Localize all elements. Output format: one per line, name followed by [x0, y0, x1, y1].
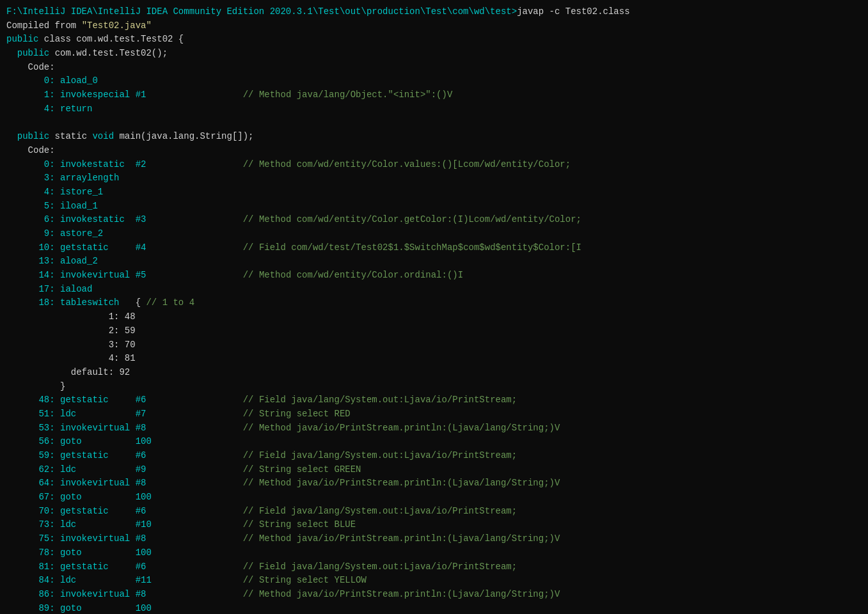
line-empty	[6, 116, 862, 130]
line-20: 14: invokevirtual #5 // Method com/wd/en…	[6, 269, 862, 283]
line-5: Code:	[6, 61, 862, 75]
command-text: javap -c Test02.class	[517, 6, 629, 17]
line-16: 6: invokestatic #3 // Method com/wd/enti…	[6, 213, 862, 227]
line-39: 75: invokevirtual #8 // Method java/io/P…	[6, 532, 862, 546]
line-15: 5: iload_1	[6, 200, 862, 214]
line-28: }	[6, 380, 862, 394]
line-10: public static void main(java.lang.String…	[6, 130, 862, 144]
line-8: 4: return	[6, 102, 862, 116]
line-11: Code:	[6, 144, 862, 158]
line-12: 0: invokestatic #2 // Method com/wd/enti…	[6, 158, 862, 172]
line-25: 3: 70	[6, 338, 862, 352]
line-32: 56: goto 100	[6, 435, 862, 449]
line-42: 84: ldc #11 // String select YELLOW	[6, 574, 862, 588]
line-17: 9: astore_2	[6, 227, 862, 241]
line-2: Compiled from "Test02.java"	[6, 19, 862, 33]
line-43: 86: invokevirtual #8 // Method java/io/P…	[6, 588, 862, 602]
line-30: 51: ldc #7 // String select RED	[6, 407, 862, 421]
line-44: 89: goto 100	[6, 602, 862, 614]
line-34: 62: ldc #9 // String select GREEN	[6, 463, 862, 477]
line-19: 13: aload_2	[6, 255, 862, 269]
line-27: default: 92	[6, 366, 862, 380]
line-37: 70: getstatic #6 // Field java/lang/Syst…	[6, 505, 862, 519]
line-26: 4: 81	[6, 352, 862, 366]
line-21: 17: iaload	[6, 283, 862, 297]
terminal-window: F:\IntelliJ IDEA\IntelliJ IDEA Community…	[0, 0, 868, 614]
line-36: 67: goto 100	[6, 491, 862, 505]
line-29: 48: getstatic #6 // Field java/lang/Syst…	[6, 393, 862, 407]
line-3: public class com.wd.test.Test02 {	[6, 33, 862, 47]
line-13: 3: arraylength	[6, 171, 862, 185]
line-33: 59: getstatic #6 // Field java/lang/Syst…	[6, 449, 862, 463]
line-18: 10: getstatic #4 // Field com/wd/test/Te…	[6, 241, 862, 255]
line-7: 1: invokespecial #1 // Method java/lang/…	[6, 88, 862, 102]
line-22: 18: tableswitch { // 1 to 4	[6, 296, 862, 310]
line-40: 78: goto 100	[6, 546, 862, 560]
line-1: F:\IntelliJ IDEA\IntelliJ IDEA Community…	[6, 5, 862, 19]
line-6: 0: aload_0	[6, 74, 862, 88]
line-38: 73: ldc #10 // String select BLUE	[6, 518, 862, 532]
path-text: F:\IntelliJ IDEA\IntelliJ IDEA Community…	[6, 6, 517, 17]
line-31: 53: invokevirtual #8 // Method java/io/P…	[6, 421, 862, 436]
line-41: 81: getstatic #6 // Field java/lang/Syst…	[6, 560, 862, 574]
line-35: 64: invokevirtual #8 // Method java/io/P…	[6, 476, 862, 491]
line-4: public com.wd.test.Test02();	[6, 47, 862, 61]
line-24: 2: 59	[6, 324, 862, 338]
line-14: 4: istore_1	[6, 185, 862, 200]
line-23: 1: 48	[6, 310, 862, 324]
